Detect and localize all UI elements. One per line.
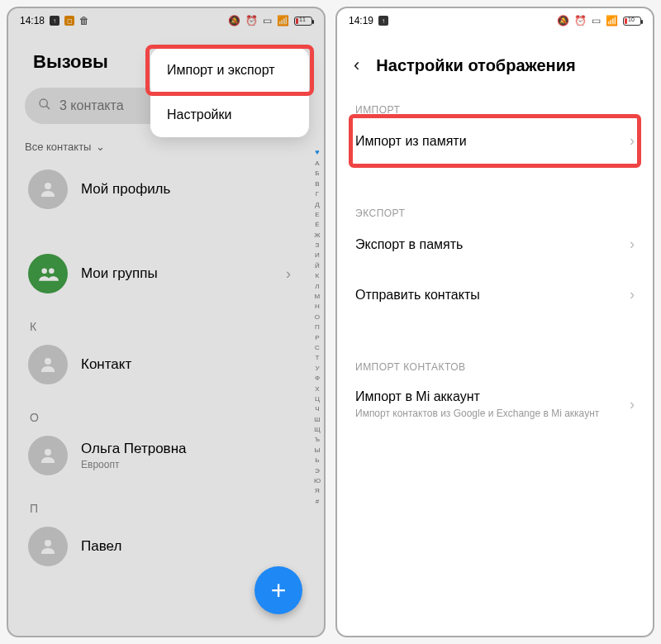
status-notif-icon: ↑ bbox=[378, 16, 388, 26]
phone-left: 14:18 ↑ ◻ 🗑 🔕 ⏰ ▭ 📶 11 Вызовы 3 контакта… bbox=[7, 7, 326, 637]
battery-icon: 11 bbox=[294, 17, 312, 26]
battery-icon: 10 bbox=[623, 17, 641, 26]
alpha-letter[interactable]: П bbox=[315, 322, 320, 332]
chevron-right-icon: › bbox=[630, 396, 635, 413]
alpha-letter[interactable]: Ф bbox=[315, 374, 320, 384]
alpha-letter[interactable]: Я bbox=[315, 486, 320, 496]
section-header-o: О bbox=[8, 396, 324, 424]
dnd-icon: 🔕 bbox=[557, 15, 569, 26]
svg-point-3 bbox=[41, 269, 47, 274]
search-placeholder: 3 контакта bbox=[59, 98, 124, 113]
rect-icon: ▭ bbox=[592, 15, 601, 26]
list-item-my-profile[interactable]: Мой профиль bbox=[8, 158, 324, 221]
alpha-letter[interactable]: Ш bbox=[314, 415, 320, 425]
alpha-letter[interactable]: Ъ bbox=[315, 435, 320, 445]
list-item-my-groups[interactable]: Мои группы › bbox=[8, 242, 324, 305]
search-icon bbox=[38, 98, 51, 114]
chevron-right-icon: › bbox=[630, 286, 635, 303]
phone-right: 14:19 ↑ 🔕 ⏰ ▭ 📶 10 ‹ Настройки отображен… bbox=[335, 7, 654, 637]
status-app-icon: ◻ bbox=[64, 16, 74, 26]
alpha-letter[interactable]: О bbox=[315, 312, 320, 322]
list-item-contact-k[interactable]: Контакт bbox=[8, 333, 324, 396]
svg-point-5 bbox=[45, 358, 51, 365]
trash-icon: 🗑 bbox=[79, 16, 89, 26]
menu-import-export[interactable]: Импорт и экспорт bbox=[150, 48, 309, 93]
section-label-export: ЭКСПОРТ bbox=[355, 208, 635, 219]
alphabet-index[interactable]: ♥ АБВГДЕЁЖЗИЙКЛМНОПРСТУФХЦЧШЩЪЫЬЭЮЯ# bbox=[314, 147, 321, 507]
overflow-menu: Импорт и экспорт Настройки bbox=[150, 48, 309, 137]
alpha-letter[interactable]: Ж bbox=[314, 231, 320, 241]
status-bar: 14:18 ↑ ◻ 🗑 🔕 ⏰ ▭ 📶 11 bbox=[8, 8, 324, 33]
menu-settings[interactable]: Настройки bbox=[150, 93, 309, 137]
svg-point-2 bbox=[45, 183, 51, 189]
alpha-letter[interactable]: Э bbox=[315, 466, 320, 476]
alpha-letter[interactable]: Щ bbox=[314, 425, 321, 435]
row-import-mi[interactable]: Импорт в Mi аккаунт Импорт контактов из … bbox=[355, 373, 635, 436]
alpha-letter[interactable]: Е bbox=[315, 210, 319, 220]
svg-point-0 bbox=[40, 99, 47, 107]
alpha-letter[interactable]: Ц bbox=[315, 394, 320, 404]
alpha-letter[interactable]: Ь bbox=[315, 456, 319, 465]
alpha-letter[interactable]: Ё bbox=[315, 220, 319, 230]
alpha-letter[interactable]: Д bbox=[315, 200, 319, 210]
alpha-letter[interactable]: В bbox=[315, 179, 319, 189]
chevron-right-icon: › bbox=[630, 132, 635, 150]
status-bar: 14:19 ↑ 🔕 ⏰ ▭ 📶 10 bbox=[337, 8, 653, 33]
alpha-letter[interactable]: Б bbox=[315, 169, 319, 179]
alpha-letter[interactable]: Х bbox=[315, 384, 319, 394]
chevron-down-icon: ⌄ bbox=[96, 141, 105, 153]
alpha-letter[interactable]: Й bbox=[315, 261, 320, 271]
chevron-right-icon: › bbox=[630, 236, 635, 253]
alpha-letter[interactable]: С bbox=[315, 343, 320, 353]
back-button[interactable]: ‹ bbox=[349, 51, 364, 79]
alpha-letter[interactable]: Ю bbox=[314, 476, 321, 486]
alpha-letter[interactable]: К bbox=[316, 271, 320, 281]
avatar bbox=[28, 436, 68, 475]
list-item-contact-o[interactable]: Ольга Петровна Евроопт bbox=[8, 424, 324, 487]
alpha-letter[interactable]: У bbox=[315, 364, 319, 374]
page-title: Настройки отображения bbox=[376, 56, 575, 75]
alpha-letter[interactable]: Ч bbox=[315, 404, 319, 414]
plus-icon: + bbox=[271, 575, 287, 606]
add-contact-fab[interactable]: + bbox=[254, 566, 302, 614]
alpha-letter[interactable]: Л bbox=[315, 282, 319, 292]
svg-line-1 bbox=[46, 106, 50, 109]
wifi-icon: 📶 bbox=[277, 15, 289, 26]
alarm-icon: ⏰ bbox=[574, 15, 587, 26]
page-header: ‹ Настройки отображения bbox=[337, 33, 653, 99]
alpha-letter[interactable]: З bbox=[316, 241, 320, 250]
avatar bbox=[28, 169, 68, 209]
alpha-letter[interactable]: # bbox=[316, 497, 319, 507]
row-export-memory[interactable]: Экспорт в память › bbox=[355, 219, 635, 270]
svg-point-7 bbox=[45, 540, 51, 546]
heart-icon: ♥ bbox=[315, 147, 319, 159]
status-notif-icon: ↑ bbox=[50, 16, 59, 26]
row-send-contacts[interactable]: Отправить контакты › bbox=[355, 270, 635, 320]
alpha-letter[interactable]: Г bbox=[316, 189, 319, 199]
section-header-p: П bbox=[8, 487, 324, 515]
status-time: 14:19 bbox=[349, 15, 373, 26]
alpha-letter[interactable]: А bbox=[315, 159, 319, 169]
status-time: 14:18 bbox=[20, 15, 45, 26]
dnd-icon: 🔕 bbox=[228, 15, 240, 26]
chevron-right-icon: › bbox=[286, 265, 291, 283]
rect-icon: ▭ bbox=[263, 15, 272, 26]
alpha-letter[interactable]: Ы bbox=[314, 446, 320, 456]
svg-point-4 bbox=[49, 269, 55, 274]
contacts-filter[interactable]: Все контакты ⌄ bbox=[8, 137, 324, 158]
alarm-icon: ⏰ bbox=[245, 15, 258, 26]
group-avatar bbox=[28, 254, 68, 293]
svg-point-6 bbox=[45, 449, 51, 456]
avatar bbox=[28, 527, 68, 566]
alpha-letter[interactable]: И bbox=[315, 250, 320, 260]
avatar bbox=[28, 345, 68, 384]
row-import-memory[interactable]: Импорт из памяти › bbox=[355, 116, 635, 166]
section-header-k: К bbox=[8, 305, 324, 333]
alpha-letter[interactable]: М bbox=[315, 292, 321, 302]
alpha-letter[interactable]: Н bbox=[315, 302, 320, 312]
section-label-import-contacts: ИМПОРТ КОНТАКТОВ bbox=[355, 361, 635, 373]
wifi-icon: 📶 bbox=[606, 15, 618, 26]
alpha-letter[interactable]: Р bbox=[315, 333, 319, 343]
alpha-letter[interactable]: Т bbox=[316, 353, 320, 363]
